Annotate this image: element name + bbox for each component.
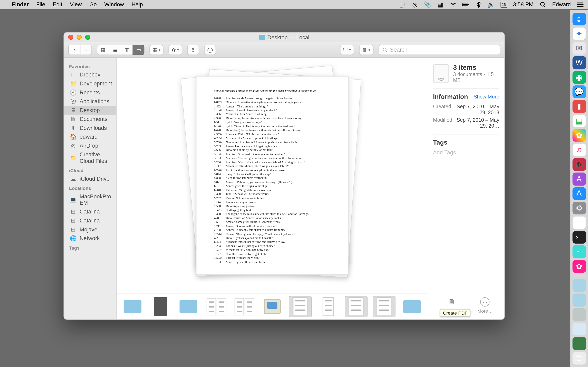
window-close[interactable] bbox=[68, 35, 73, 40]
dock-mail[interactable]: ✉ bbox=[572, 42, 586, 55]
wifi-icon[interactable] bbox=[450, 1, 456, 7]
more-action[interactable]: ⋯ More… bbox=[477, 297, 493, 313]
calendar-status[interactable]: 26 bbox=[501, 1, 507, 7]
thumb-dark[interactable] bbox=[149, 296, 172, 317]
preview-line: 7.320 Juno: "Aeneas will be another Pari… bbox=[214, 192, 330, 197]
sidebar-item-edward[interactable]: 🏠edward bbox=[64, 132, 116, 141]
dock-doc1[interactable] bbox=[572, 323, 586, 335]
show-more-link[interactable]: Show More bbox=[474, 94, 499, 100]
dropbox-toolbar[interactable]: ⬚▾ bbox=[340, 45, 354, 55]
sidebar-item-recents[interactable]: 🕘Recents bbox=[64, 88, 116, 97]
menu-go[interactable]: Go bbox=[89, 1, 97, 8]
sidebar-item-applications[interactable]: ⒶApplications bbox=[64, 97, 116, 106]
dock-green-app[interactable]: ◉ bbox=[572, 71, 586, 84]
sidebar-item-network[interactable]: 🌐Network bbox=[64, 234, 116, 243]
back-button[interactable]: ‹ bbox=[68, 45, 80, 55]
battery-icon[interactable] bbox=[462, 1, 469, 7]
dock-word[interactable]: W bbox=[572, 56, 586, 69]
grid-status-icon[interactable]: ▦ bbox=[437, 1, 443, 7]
view-gallery[interactable]: ▭ bbox=[132, 45, 144, 55]
action-button[interactable]: ✿▾ bbox=[168, 45, 182, 55]
notification-center-icon[interactable] bbox=[577, 1, 584, 7]
sidebar-item-airdrop[interactable]: ◎AirDrop bbox=[64, 141, 116, 150]
thumbnail-strip bbox=[117, 293, 428, 319]
sidebar-item-catalina[interactable]: ⊟Catalina bbox=[64, 216, 116, 225]
dock-app3[interactable]: ~ bbox=[572, 245, 586, 258]
disk-icon: ⊟ bbox=[70, 217, 77, 224]
dock-doc2[interactable] bbox=[572, 337, 586, 350]
thumb-selected[interactable] bbox=[289, 296, 311, 317]
dock-red-app[interactable]: ▮ bbox=[572, 100, 586, 113]
clip-icon[interactable]: 📎 bbox=[424, 1, 431, 7]
menu-file[interactable]: File bbox=[36, 1, 45, 8]
dock-maps[interactable]: ⬓ bbox=[572, 114, 586, 127]
creative-cloud-icon[interactable]: ◎ bbox=[411, 1, 418, 7]
user-menu[interactable]: Edward bbox=[552, 1, 571, 8]
sidebar-item-catalina[interactable]: ⊟Catalina bbox=[64, 207, 116, 216]
thumb-mac[interactable] bbox=[261, 296, 284, 317]
window-zoom[interactable] bbox=[85, 35, 90, 40]
sidebar-item-documents[interactable]: 🗎Documents bbox=[64, 115, 116, 124]
menu-help[interactable]: Help bbox=[131, 1, 143, 8]
app-name[interactable]: Finder bbox=[12, 1, 29, 8]
dock-trash[interactable]: 🗑 bbox=[572, 352, 586, 365]
thumb-selected[interactable] bbox=[372, 296, 395, 317]
clock[interactable]: 3:58 PM bbox=[513, 1, 534, 8]
dock-appstore[interactable]: A bbox=[572, 187, 586, 200]
preview-line: 4.333+ Aeneas to Dido: "I'll always reme… bbox=[214, 133, 330, 137]
thumb-doc[interactable] bbox=[233, 296, 256, 317]
forward-button[interactable]: › bbox=[80, 45, 92, 55]
dock-finder[interactable]: ☺ bbox=[572, 13, 586, 25]
dock-xcode[interactable]: A bbox=[572, 173, 586, 185]
dock-chrome[interactable]: ◯ bbox=[572, 216, 586, 229]
window-minimize[interactable] bbox=[77, 35, 82, 40]
search-input[interactable]: Search bbox=[379, 45, 500, 55]
menu-view[interactable]: View bbox=[70, 1, 82, 8]
sidebar-item-label: Applications bbox=[80, 98, 109, 104]
folder-icon: 📁 bbox=[70, 155, 77, 161]
sidebar-item-downloads[interactable]: ⬇Downloads bbox=[64, 124, 116, 133]
add-tags-field[interactable]: Add Tags… bbox=[433, 149, 499, 156]
sidebar-item-macbookpro-em[interactable]: 💻MacBookPro-EM bbox=[64, 192, 116, 207]
dock-folder2[interactable] bbox=[572, 294, 586, 307]
svg-point-3 bbox=[540, 2, 544, 6]
bluetooth-icon[interactable] bbox=[475, 1, 482, 7]
dock-safari[interactable]: ✦ bbox=[572, 27, 586, 40]
view-list[interactable]: ≣ bbox=[109, 45, 121, 55]
dock-app2[interactable]: 🐞 bbox=[572, 158, 586, 171]
sidebar-item-desktop[interactable]: 🖥Desktop bbox=[64, 106, 116, 115]
sidebar-item-dropbox[interactable]: ⬚Dropbox bbox=[64, 70, 116, 79]
dock-folder1[interactable] bbox=[572, 279, 586, 292]
sidebar-item-creative-cloud-files[interactable]: 📁Creative Cloud Files bbox=[64, 150, 116, 165]
thumb-folder[interactable] bbox=[400, 296, 423, 317]
dock-app4[interactable]: ✿ bbox=[572, 260, 586, 273]
view-icons[interactable]: ▦ bbox=[97, 45, 109, 55]
thumb-doc[interactable] bbox=[205, 296, 228, 317]
group-button[interactable]: ▦▾ bbox=[149, 45, 163, 55]
sidebar-item-mojave[interactable]: ⊟Mojave bbox=[64, 225, 116, 234]
thumb-folder[interactable] bbox=[121, 296, 144, 317]
dock-messages[interactable]: 💬 bbox=[572, 85, 586, 98]
share-button[interactable]: ⇪ bbox=[187, 45, 199, 55]
sidebar-item-development[interactable]: 📁Development bbox=[64, 79, 116, 88]
view-columns[interactable]: ▥ bbox=[121, 45, 132, 55]
volume-icon[interactable]: 🔈 bbox=[488, 1, 494, 7]
trash-toolbar[interactable]: 🗑▾ bbox=[359, 45, 374, 55]
dock-folder3[interactable] bbox=[572, 308, 586, 321]
thumb-folder[interactable] bbox=[177, 296, 200, 317]
dock-music[interactable]: ♫ bbox=[572, 143, 586, 156]
dock-terminal[interactable]: ›_ bbox=[572, 231, 586, 244]
preview-stack[interactable]: Some paraphrased citations from the Aene… bbox=[117, 58, 428, 293]
menu-edit[interactable]: Edit bbox=[53, 1, 62, 8]
dock-settings[interactable]: ⚙ bbox=[572, 202, 586, 215]
tags-button[interactable]: ◯ bbox=[204, 45, 216, 55]
sidebar: Favorites⬚Dropbox📁Development🕘RecentsⒶAp… bbox=[64, 58, 117, 319]
sidebar-item-icloud-drive[interactable]: ☁iCloud Drive bbox=[64, 174, 116, 183]
thumb-doc[interactable] bbox=[317, 296, 339, 317]
dropbox-status-icon[interactable]: ⬚ bbox=[399, 1, 406, 7]
spotlight-icon[interactable] bbox=[539, 1, 546, 7]
menu-window[interactable]: Window bbox=[104, 1, 124, 8]
dock-photos[interactable]: ✿ bbox=[572, 129, 586, 142]
tags-label: Tags bbox=[433, 139, 447, 146]
thumb-selected[interactable] bbox=[345, 296, 367, 317]
